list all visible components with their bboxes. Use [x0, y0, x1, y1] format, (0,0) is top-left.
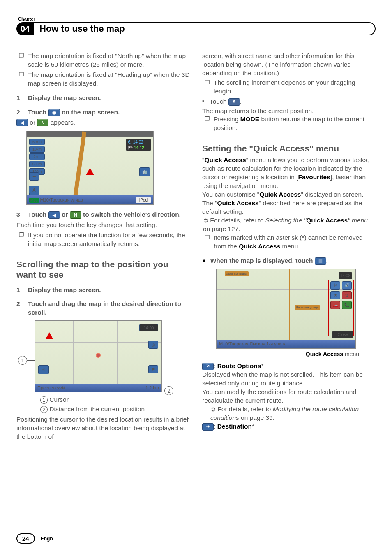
- clock-time: ⏱ 14:02: [128, 139, 149, 145]
- note-item: If you do not operate the function for a…: [28, 231, 190, 248]
- map-status-bar: М10/Тверская Ямская 1-я улица: [217, 340, 355, 348]
- cursor-icon: [96, 353, 101, 358]
- paragraph: screen, with street name and other infor…: [202, 52, 376, 78]
- route-badge: M10: [29, 198, 39, 203]
- map-screenshot-2: 14:09 ◎ ⚑ ⟲ Пресненский 1.2 km: [35, 320, 162, 392]
- qa-phone-icon[interactable]: 📞: [342, 301, 352, 309]
- note-item: Pressing MODE button returns the map to …: [214, 115, 376, 132]
- quick-access-menu-icon[interactable]: ⚑: [148, 365, 158, 373]
- paragraph: The map returns to the current position.: [202, 107, 376, 116]
- paragraph: Positioning the cursor to the desired lo…: [16, 415, 190, 441]
- page-number: 24: [16, 533, 35, 544]
- distance-value: 1.2 km: [145, 385, 159, 391]
- left-column: The map orientation is fixed at "North u…: [16, 52, 190, 441]
- scale-btn[interactable]: 10km: [29, 146, 45, 153]
- text: Touch: [210, 98, 228, 105]
- text: Touch: [28, 211, 48, 218]
- step-text: Touch ◀ or N to switch the vehicle's dir…: [28, 211, 190, 219]
- text: "Quick Access": [249, 144, 314, 153]
- page-footer: 24 Engb: [16, 533, 53, 544]
- quick-access-open-icon: ☰: [315, 257, 326, 265]
- text: or: [62, 211, 70, 218]
- qa-fav-icon[interactable]: ★: [330, 291, 340, 299]
- qa-traffic-icon[interactable]: 🚗: [330, 301, 340, 309]
- step-text: Display the map screen.: [28, 94, 190, 102]
- chapter-title: How to use the map: [39, 23, 125, 34]
- text: appears.: [51, 119, 75, 126]
- ipod-indicator: iPod: [136, 197, 151, 204]
- chapter-number-badge: 04: [16, 22, 34, 35]
- note-item: Items marked with an asterisk (*) cannot…: [214, 234, 376, 251]
- text: on the map screen.: [62, 109, 120, 116]
- time-badge: 14:09: [139, 324, 158, 331]
- scale-btn[interactable]: 500m: [29, 161, 45, 167]
- street-name: М10/Тверская улица: [40, 197, 83, 202]
- text: to switch the vehicle's direction.: [83, 211, 181, 218]
- step-2b: 2 Touch and drag the map in the desired …: [16, 300, 190, 317]
- poi-icon[interactable]: 🏢: [139, 167, 150, 176]
- street-name: М10/Тверская Ямская 1-я улица: [219, 341, 287, 347]
- chapter-label: Chapter: [18, 16, 376, 21]
- step-num: 2: [16, 300, 28, 317]
- qa-route-options-icon[interactable]: ⚐: [330, 281, 340, 290]
- eta-time: 🏁 14:12: [128, 145, 149, 151]
- return-a-icon: A: [228, 98, 240, 106]
- text: menu: [314, 144, 339, 153]
- return-icon[interactable]: ⟲: [38, 365, 49, 374]
- scale-btn[interactable]: 50km: [29, 139, 45, 145]
- paragraph: Displayed when the map is not scrolled. …: [202, 371, 376, 388]
- time-box: ⏱ 14:02 🏁 14:12: [126, 139, 151, 151]
- caption-item: 2 Distance from the current position: [40, 405, 190, 414]
- callout-1: 1: [18, 356, 27, 365]
- zoom-out-button[interactable]: −: [29, 172, 39, 181]
- step-num: 2: [16, 108, 28, 117]
- map-status-bar: Пресненский 1.2 km: [35, 384, 161, 392]
- paragraph: You can modify the conditions for route …: [202, 388, 376, 405]
- paragraph: You can customise "Quick Access" display…: [202, 190, 376, 216]
- note-item: The map orientation is fixed at "Heading…: [28, 71, 190, 88]
- step-text: Touch ◉ on the map screen.: [28, 108, 190, 117]
- callout-2: 2: [164, 386, 173, 395]
- direction-a-button[interactable]: A: [29, 186, 39, 194]
- caption-text: Distance from the current position: [49, 405, 145, 412]
- text: .: [326, 257, 328, 264]
- qa-poi-icon[interactable]: ✿: [342, 291, 352, 299]
- note-item: The map orientation is fixed at "North u…: [28, 52, 190, 69]
- map-compass-icon[interactable]: ◎: [148, 341, 158, 349]
- qa-volume-icon[interactable]: 🔊: [342, 281, 352, 290]
- caption-text: Cursor: [49, 396, 69, 403]
- text: or: [30, 119, 37, 126]
- heading-arrow-icon: ◀: [16, 119, 28, 126]
- step-num: 3: [16, 211, 28, 219]
- callout-num: 1: [40, 396, 48, 404]
- map-status-bar: M10 М10/Тверская улица iPod: [27, 195, 153, 204]
- scale-btn[interactable]: 2km: [29, 153, 45, 160]
- step-2: 2 Touch ◉ on the map screen.: [16, 108, 190, 117]
- compass-rotate-icon: ◉: [48, 109, 60, 116]
- chapter-header: 04 How to use the map: [16, 22, 376, 35]
- step-num: 1: [16, 94, 28, 102]
- close-button[interactable]: Close: [332, 331, 353, 338]
- street-name: Пресненский: [37, 385, 65, 391]
- step-1: 1 Display the map screen.: [16, 94, 190, 102]
- north-up-icon: N: [37, 119, 48, 126]
- quick-access-panel: ⚐ 🔊 ★ ✿ 🚗 📞: [330, 281, 352, 309]
- text: Setting the: [202, 144, 249, 153]
- caption-item: 1 Cursor: [40, 396, 190, 404]
- right-column: screen, with street name and other infor…: [202, 52, 376, 441]
- figure-caption: Quick Access menu: [202, 350, 359, 358]
- text: When the map is displayed, touch: [210, 257, 315, 264]
- street-label: Чаянова улица: [295, 305, 320, 310]
- time-badge: 14:08: [339, 272, 352, 280]
- vehicle-arrow-icon: [86, 168, 94, 175]
- cross-reference: For details, refer to Modifying the rout…: [202, 405, 376, 422]
- step-2-sub: ◀ or N appears.: [16, 118, 190, 127]
- section-heading-quick-access: Setting the "Quick Access" menu: [202, 143, 376, 153]
- route-options-icon: ⚐: [202, 363, 214, 370]
- chapter-title-wrap: How to use the map: [26, 22, 376, 35]
- option-heading: ⚐: Route Options*: [202, 362, 376, 371]
- street-label: ская Большая: [225, 271, 249, 277]
- language-code: Engb: [41, 536, 53, 542]
- north-up-icon: N: [70, 211, 81, 219]
- action-item: Touch A.: [210, 97, 376, 106]
